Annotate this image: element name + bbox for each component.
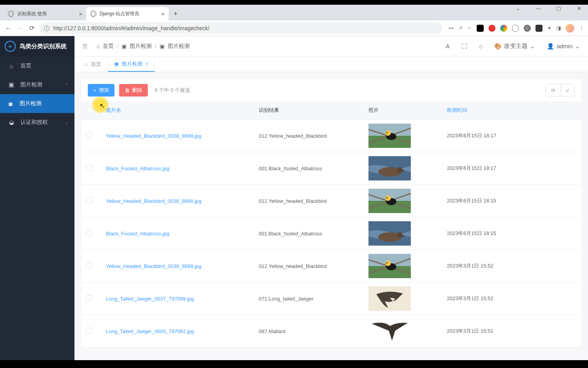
- row-time: 2023年6月15日 18:17: [442, 152, 581, 185]
- globe-icon: [90, 11, 96, 17]
- table-row: Yellow_Headed_Blackbird_0038_8689.jpg012…: [82, 250, 581, 282]
- maximize-icon[interactable]: ▢: [553, 5, 564, 11]
- fullscreen-icon[interactable]: ⛶: [461, 43, 467, 49]
- expand-button[interactable]: ⤢: [560, 84, 574, 96]
- tab-close-icon[interactable]: ×: [161, 11, 165, 17]
- breadcrumb-item: 图片检测: [168, 43, 190, 50]
- forward-button[interactable]: →: [16, 24, 24, 33]
- tab-close-icon[interactable]: ×: [79, 11, 82, 17]
- row-checkbox[interactable]: [86, 165, 92, 171]
- ext-icon-5[interactable]: [524, 25, 531, 32]
- table-row: Black_Footed_Albatross.jpg001.Black_foot…: [82, 217, 581, 250]
- url-text: http://127.0.0.1:8000/admin/#/admin/imag…: [53, 25, 210, 31]
- col-name[interactable]: 图片名: [106, 107, 121, 113]
- sidebar: ∞ 鸟类分类识别系统 ⌂ 首页 ▣ 图片检测 ⌃ ◙ 图片检测 ◒ 认证和授权 …: [0, 36, 74, 360]
- ext-icon-2[interactable]: [488, 25, 495, 32]
- row-thumbnail[interactable]: [368, 286, 411, 311]
- row-name-link[interactable]: Yellow_Headed_Blackbird_0038_8689.jpg: [106, 198, 201, 204]
- row-name-link[interactable]: Long_Tailed_Jaeger_0037_797099.jpg: [106, 296, 194, 302]
- close-window-icon[interactable]: ✕: [573, 5, 585, 11]
- breadcrumb-sep: /: [117, 43, 118, 49]
- home-shortcut-icon[interactable]: ⌂: [479, 43, 483, 49]
- ext-icon-6[interactable]: [535, 25, 543, 32]
- sidebar-item-image-detect[interactable]: ▣ 图片检测 ⌃: [0, 75, 74, 94]
- sidebar-item-auth[interactable]: ◒ 认证和授权 ⌄: [0, 113, 74, 132]
- user-name: admin: [557, 43, 573, 49]
- row-checkbox[interactable]: [86, 197, 92, 203]
- row-thumbnail[interactable]: [368, 319, 411, 343]
- add-button[interactable]: + 增加: [88, 84, 114, 97]
- app-title: 鸟类分类识别系统: [20, 43, 67, 50]
- chevron-down-icon[interactable]: ⌄: [512, 5, 524, 11]
- star-icon[interactable]: ☆: [467, 25, 472, 31]
- row-result: 012.Yellow_headed_Blackbird: [254, 185, 364, 217]
- browser-tab[interactable]: 识别系统 使用 ×: [4, 7, 86, 20]
- key-icon[interactable]: ⊶: [448, 25, 454, 31]
- refresh-button[interactable]: ⟳: [546, 84, 560, 96]
- delete-button[interactable]: 🗑 删除: [119, 84, 148, 97]
- row-checkbox[interactable]: [86, 262, 92, 268]
- row-thumbnail[interactable]: [368, 124, 411, 148]
- back-button[interactable]: ←: [4, 24, 13, 33]
- toolbar: + 增加 🗑 删除 8 个中 0 个被选 ⟳ ⤢: [82, 79, 581, 101]
- new-tab-button[interactable]: +: [170, 8, 181, 19]
- table-row: Long_Tailed_Jaeger_0005_797062.jpg087.Ma…: [82, 315, 581, 348]
- cursor-arrow-icon: ↖: [100, 102, 105, 109]
- tab-label: 首页: [91, 61, 101, 68]
- chevron-down-icon: ⌄: [530, 43, 535, 50]
- row-thumbnail[interactable]: [368, 221, 411, 246]
- row-name-link[interactable]: Yellow_Headed_Blackbird_0038_8689.jpg: [106, 263, 201, 269]
- row-thumbnail[interactable]: [368, 254, 411, 278]
- reload-button[interactable]: ⟳: [27, 24, 36, 33]
- row-name-link[interactable]: Yellow_Headed_Blackbird_0038_8689.jpg: [106, 133, 201, 139]
- row-checkbox[interactable]: [86, 295, 92, 301]
- page-tab-image-check[interactable]: ▣ 图片检测 ×: [108, 56, 155, 72]
- row-time: 2023年3月1日 15:52: [442, 282, 581, 315]
- user-icon: 👤: [547, 43, 554, 50]
- table-row: Black_Footed_Albatross.jpg001.Black_foot…: [82, 152, 581, 185]
- font-icon[interactable]: A: [446, 43, 450, 49]
- row-thumbnail[interactable]: [368, 156, 411, 180]
- ext-icon-4[interactable]: [512, 25, 519, 32]
- row-name-link[interactable]: Long_Tailed_Jaeger_0005_797062.jpg: [106, 328, 194, 334]
- row-time: 2023年6月15日 18:15: [442, 185, 581, 217]
- kebab-menu-icon[interactable]: ⋮: [579, 25, 584, 31]
- browser-tab-active[interactable]: Django 站点管理员 ×: [86, 7, 169, 20]
- col-photo[interactable]: 照片: [368, 107, 379, 113]
- image-icon: ▣: [160, 43, 165, 49]
- profile-avatar[interactable]: [566, 24, 574, 33]
- minimize-icon[interactable]: —: [532, 5, 544, 11]
- extensions-puzzle-icon[interactable]: ✦: [547, 25, 552, 31]
- plus-icon: +: [93, 87, 96, 93]
- tab-close-icon[interactable]: ×: [145, 61, 148, 67]
- row-time: 2023年3月1日 15:52: [442, 250, 581, 282]
- sidebar-label: 图片检测: [20, 100, 42, 107]
- url-bar[interactable]: i http://127.0.0.1:8000/admin/#/admin/im…: [39, 22, 442, 34]
- select-all-checkbox[interactable]: [86, 107, 92, 113]
- row-checkbox[interactable]: [86, 230, 92, 236]
- page-tabs: ⌂ 首页 ▣ 图片检测 ×: [74, 56, 588, 72]
- sidebar-item-image-check[interactable]: ◙ 图片检测: [0, 94, 74, 113]
- chevron-down-icon: ⌄: [575, 43, 580, 50]
- breadcrumb-item[interactable]: 首页: [103, 43, 114, 50]
- ext-icon-1[interactable]: [477, 25, 484, 32]
- sidebar-item-home[interactable]: ⌂ 首页: [0, 56, 74, 75]
- image-icon: ▣: [8, 81, 15, 88]
- row-name-link[interactable]: Black_Footed_Albatross.jpg: [106, 231, 169, 237]
- breadcrumb-item[interactable]: 图片检测: [130, 43, 152, 50]
- row-thumbnail[interactable]: [368, 189, 411, 213]
- hamburger-icon[interactable]: ☰: [82, 43, 89, 50]
- sidepanel-icon[interactable]: ◨: [556, 25, 561, 31]
- breadcrumb: ⌂ 首页 / ▣ 图片检测 / ▣ 图片检测: [96, 43, 190, 50]
- site-info-icon[interactable]: i: [44, 26, 49, 31]
- row-checkbox[interactable]: [86, 328, 92, 333]
- col-time[interactable]: 检测时间: [447, 107, 467, 113]
- share-icon[interactable]: ↗: [458, 25, 463, 31]
- col-result[interactable]: 识别结果: [259, 107, 279, 113]
- row-name-link[interactable]: Black_Footed_Albatross.jpg: [106, 166, 169, 171]
- page-tab-home[interactable]: ⌂ 首页: [78, 56, 108, 72]
- theme-selector[interactable]: 🎨 改变主题 ⌄: [494, 42, 535, 50]
- user-menu[interactable]: 👤 admin ⌄: [547, 43, 580, 50]
- row-checkbox[interactable]: [86, 132, 92, 138]
- ext-icon-3[interactable]: [500, 25, 507, 32]
